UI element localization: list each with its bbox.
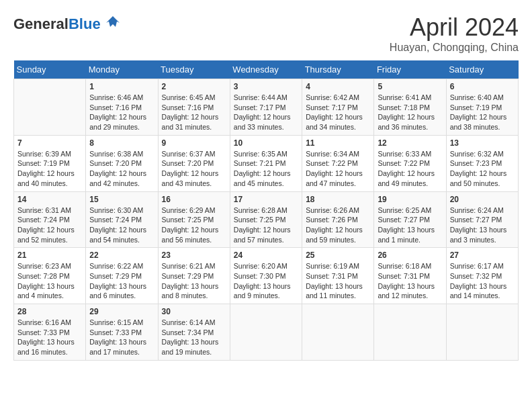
weekday-header-friday: Friday bbox=[374, 60, 446, 79]
day-info: Sunrise: 6:30 AM Sunset: 7:24 PM Dayligh… bbox=[89, 205, 154, 245]
day-info: Sunrise: 6:23 AM Sunset: 7:28 PM Dayligh… bbox=[17, 261, 82, 301]
day-number: 29 bbox=[89, 307, 154, 316]
calendar-cell: 17Sunrise: 6:28 AM Sunset: 7:25 PM Dayli… bbox=[230, 191, 302, 248]
day-number: 12 bbox=[378, 138, 442, 148]
day-info: Sunrise: 6:44 AM Sunset: 7:17 PM Dayligh… bbox=[234, 93, 298, 132]
day-number: 23 bbox=[162, 250, 226, 260]
day-number: 19 bbox=[378, 195, 442, 204]
day-info: Sunrise: 6:21 AM Sunset: 7:29 PM Dayligh… bbox=[162, 261, 226, 301]
day-number: 27 bbox=[450, 250, 515, 260]
calendar-cell: 28Sunrise: 6:16 AM Sunset: 7:33 PM Dayli… bbox=[14, 304, 86, 361]
calendar-week-row: 28Sunrise: 6:16 AM Sunset: 7:33 PM Dayli… bbox=[14, 304, 519, 361]
day-number: 28 bbox=[17, 307, 82, 316]
calendar-cell: 22Sunrise: 6:22 AM Sunset: 7:29 PM Dayli… bbox=[86, 248, 158, 304]
day-number: 13 bbox=[450, 138, 515, 148]
calendar-week-row: 1Sunrise: 6:46 AM Sunset: 7:16 PM Daylig… bbox=[14, 79, 519, 136]
day-number: 20 bbox=[450, 195, 515, 204]
calendar-cell bbox=[302, 304, 374, 361]
day-number: 1 bbox=[89, 82, 154, 91]
weekday-header-sunday: Sunday bbox=[14, 60, 86, 79]
day-number: 4 bbox=[306, 82, 370, 91]
day-number: 9 bbox=[162, 138, 226, 148]
calendar-cell: 19Sunrise: 6:25 AM Sunset: 7:27 PM Dayli… bbox=[374, 191, 446, 248]
weekday-header-monday: Monday bbox=[86, 60, 158, 79]
day-info: Sunrise: 6:15 AM Sunset: 7:33 PM Dayligh… bbox=[89, 318, 154, 357]
calendar-cell: 9Sunrise: 6:37 AM Sunset: 7:20 PM Daylig… bbox=[158, 135, 230, 191]
day-info: Sunrise: 6:22 AM Sunset: 7:29 PM Dayligh… bbox=[89, 261, 154, 301]
day-info: Sunrise: 6:28 AM Sunset: 7:25 PM Dayligh… bbox=[234, 205, 298, 245]
day-info: Sunrise: 6:34 AM Sunset: 7:22 PM Dayligh… bbox=[306, 149, 370, 189]
logo-blue-text: Blue bbox=[69, 15, 101, 33]
day-info: Sunrise: 6:46 AM Sunset: 7:16 PM Dayligh… bbox=[89, 93, 154, 132]
calendar-cell: 21Sunrise: 6:23 AM Sunset: 7:28 PM Dayli… bbox=[14, 248, 86, 304]
day-number: 8 bbox=[89, 138, 154, 148]
day-info: Sunrise: 6:25 AM Sunset: 7:27 PM Dayligh… bbox=[378, 205, 442, 245]
day-info: Sunrise: 6:35 AM Sunset: 7:21 PM Dayligh… bbox=[234, 149, 298, 189]
day-info: Sunrise: 6:38 AM Sunset: 7:20 PM Dayligh… bbox=[89, 149, 154, 189]
title-section: April 2024 Huayan, Chongqing, China bbox=[390, 13, 519, 54]
calendar-cell: 2Sunrise: 6:45 AM Sunset: 7:16 PM Daylig… bbox=[158, 79, 230, 136]
day-info: Sunrise: 6:18 AM Sunset: 7:31 PM Dayligh… bbox=[378, 261, 442, 301]
calendar-cell: 6Sunrise: 6:40 AM Sunset: 7:19 PM Daylig… bbox=[446, 79, 518, 136]
calendar-cell: 3Sunrise: 6:44 AM Sunset: 7:17 PM Daylig… bbox=[230, 79, 302, 136]
day-number: 10 bbox=[234, 138, 298, 148]
day-info: Sunrise: 6:41 AM Sunset: 7:18 PM Dayligh… bbox=[378, 93, 442, 132]
day-info: Sunrise: 6:16 AM Sunset: 7:33 PM Dayligh… bbox=[17, 318, 82, 357]
day-info: Sunrise: 6:17 AM Sunset: 7:32 PM Dayligh… bbox=[450, 261, 515, 301]
weekday-header-thursday: Thursday bbox=[302, 60, 374, 79]
day-info: Sunrise: 6:40 AM Sunset: 7:19 PM Dayligh… bbox=[450, 93, 515, 132]
day-info: Sunrise: 6:45 AM Sunset: 7:16 PM Dayligh… bbox=[162, 93, 226, 132]
day-info: Sunrise: 6:37 AM Sunset: 7:20 PM Dayligh… bbox=[162, 149, 226, 189]
calendar-table: SundayMondayTuesdayWednesdayThursdayFrid… bbox=[13, 60, 519, 361]
day-number: 30 bbox=[162, 307, 226, 316]
day-number: 7 bbox=[17, 138, 82, 148]
day-number: 25 bbox=[306, 250, 370, 260]
logo: General Blue bbox=[13, 13, 122, 35]
day-number: 2 bbox=[162, 82, 226, 91]
calendar-cell: 4Sunrise: 6:42 AM Sunset: 7:17 PM Daylig… bbox=[302, 79, 374, 136]
day-number: 26 bbox=[378, 250, 442, 260]
month-title: April 2024 bbox=[390, 13, 519, 42]
day-info: Sunrise: 6:24 AM Sunset: 7:27 PM Dayligh… bbox=[450, 205, 515, 245]
calendar-cell: 23Sunrise: 6:21 AM Sunset: 7:29 PM Dayli… bbox=[158, 248, 230, 304]
calendar-week-row: 14Sunrise: 6:31 AM Sunset: 7:24 PM Dayli… bbox=[14, 191, 519, 248]
day-number: 3 bbox=[234, 82, 298, 91]
calendar-cell: 14Sunrise: 6:31 AM Sunset: 7:24 PM Dayli… bbox=[14, 191, 86, 248]
day-info: Sunrise: 6:26 AM Sunset: 7:26 PM Dayligh… bbox=[306, 205, 370, 245]
calendar-cell: 18Sunrise: 6:26 AM Sunset: 7:26 PM Dayli… bbox=[302, 191, 374, 248]
calendar-cell bbox=[14, 79, 86, 136]
calendar-cell bbox=[446, 304, 518, 361]
day-info: Sunrise: 6:42 AM Sunset: 7:17 PM Dayligh… bbox=[306, 93, 370, 132]
day-number: 11 bbox=[306, 138, 370, 148]
calendar-week-row: 7Sunrise: 6:39 AM Sunset: 7:19 PM Daylig… bbox=[14, 135, 519, 191]
calendar-cell: 7Sunrise: 6:39 AM Sunset: 7:19 PM Daylig… bbox=[14, 135, 86, 191]
calendar-cell: 26Sunrise: 6:18 AM Sunset: 7:31 PM Dayli… bbox=[374, 248, 446, 304]
day-info: Sunrise: 6:19 AM Sunset: 7:31 PM Dayligh… bbox=[306, 261, 370, 301]
day-info: Sunrise: 6:32 AM Sunset: 7:23 PM Dayligh… bbox=[450, 149, 515, 189]
calendar-cell: 12Sunrise: 6:33 AM Sunset: 7:22 PM Dayli… bbox=[374, 135, 446, 191]
day-number: 22 bbox=[89, 250, 154, 260]
day-info: Sunrise: 6:39 AM Sunset: 7:19 PM Dayligh… bbox=[17, 149, 82, 189]
day-number: 24 bbox=[234, 250, 298, 260]
calendar-cell: 16Sunrise: 6:29 AM Sunset: 7:25 PM Dayli… bbox=[158, 191, 230, 248]
calendar-cell: 25Sunrise: 6:19 AM Sunset: 7:31 PM Dayli… bbox=[302, 248, 374, 304]
calendar-cell: 5Sunrise: 6:41 AM Sunset: 7:18 PM Daylig… bbox=[374, 79, 446, 136]
weekday-header-row: SundayMondayTuesdayWednesdayThursdayFrid… bbox=[14, 60, 519, 79]
calendar-cell: 20Sunrise: 6:24 AM Sunset: 7:27 PM Dayli… bbox=[446, 191, 518, 248]
day-number: 16 bbox=[162, 195, 226, 204]
day-number: 17 bbox=[234, 195, 298, 204]
day-info: Sunrise: 6:33 AM Sunset: 7:22 PM Dayligh… bbox=[378, 149, 442, 189]
calendar-cell bbox=[230, 304, 302, 361]
day-number: 21 bbox=[17, 250, 82, 260]
day-number: 6 bbox=[450, 82, 515, 91]
calendar-cell: 29Sunrise: 6:15 AM Sunset: 7:33 PM Dayli… bbox=[86, 304, 158, 361]
calendar-week-row: 21Sunrise: 6:23 AM Sunset: 7:28 PM Dayli… bbox=[14, 248, 519, 304]
calendar-cell: 30Sunrise: 6:14 AM Sunset: 7:34 PM Dayli… bbox=[158, 304, 230, 361]
location-text: Huayan, Chongqing, China bbox=[390, 42, 519, 54]
calendar-cell: 1Sunrise: 6:46 AM Sunset: 7:16 PM Daylig… bbox=[86, 79, 158, 136]
weekday-header-saturday: Saturday bbox=[446, 60, 518, 79]
day-info: Sunrise: 6:29 AM Sunset: 7:25 PM Dayligh… bbox=[162, 205, 226, 245]
day-number: 18 bbox=[306, 195, 370, 204]
day-info: Sunrise: 6:20 AM Sunset: 7:30 PM Dayligh… bbox=[234, 261, 298, 301]
calendar-cell: 10Sunrise: 6:35 AM Sunset: 7:21 PM Dayli… bbox=[230, 135, 302, 191]
